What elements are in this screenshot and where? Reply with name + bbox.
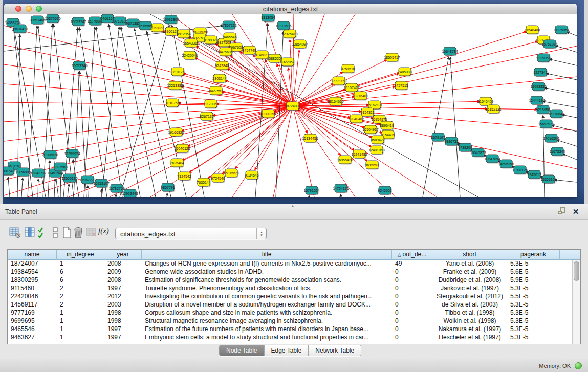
graph-node[interactable]: 18694413 <box>12 25 28 34</box>
graph-node[interactable]: 8457515 <box>394 81 408 91</box>
table-row[interactable]: 1872400712008Changes of HCN gene express… <box>8 260 572 268</box>
graph-node[interactable]: 22040467 <box>348 115 364 124</box>
graph-node[interactable]: 15134456 <box>302 134 318 143</box>
graph-node[interactable]: 18164610 <box>328 97 343 106</box>
graph-node[interactable]: 7515585 <box>138 21 152 31</box>
graph-node[interactable]: 9134546 <box>245 171 258 180</box>
graph-node[interactable]: 16955428 <box>337 156 353 165</box>
graph-node[interactable]: 12444134 <box>529 96 545 105</box>
graph-node[interactable]: 14754171 <box>333 184 349 193</box>
graph-node[interactable]: 19166821 <box>168 128 184 137</box>
graph-node[interactable]: 16046873 <box>470 148 486 158</box>
graph-node[interactable]: 17771169 <box>331 77 347 86</box>
graph-node[interactable]: 12325419 <box>281 30 297 39</box>
splitter-grip-icon[interactable]: ▲ <box>291 204 295 208</box>
graph-node[interactable]: 13864097 <box>292 40 308 49</box>
graph-node[interactable]: 8751516 <box>341 64 355 74</box>
graph-node[interactable]: 9397588 <box>53 163 67 172</box>
graph-node[interactable]: 11381126 <box>512 166 528 175</box>
graph-node[interactable]: 15751074 <box>541 40 557 49</box>
graph-node[interactable]: 8198328 <box>204 36 217 45</box>
graph-node[interactable]: 8679197 <box>431 133 445 142</box>
table-selector-dropdown[interactable]: citations_edges.txt ▲▼ <box>115 228 267 239</box>
graph-node[interactable]: 8589422 <box>371 136 384 145</box>
graph-node[interactable]: 19218506 <box>275 21 291 31</box>
graph-node[interactable]: 16815621 <box>223 169 239 178</box>
graph-node[interactable]: 9154321 <box>360 108 374 117</box>
graph-node[interactable]: 12481868 <box>368 146 384 155</box>
graph-node[interactable]: 15040125 <box>174 144 190 154</box>
graph-node[interactable]: 16152131 <box>485 105 501 114</box>
graph-node[interactable]: 2718176 <box>170 68 184 77</box>
graph-node[interactable]: 8896419 <box>380 121 394 130</box>
graph-node[interactable]: 16504917 <box>362 125 378 135</box>
table-row[interactable]: 977716911998Corpus callosum shape and si… <box>8 309 572 317</box>
graph-node[interactable]: 8267130 <box>200 112 213 121</box>
column-header-short[interactable]: short <box>432 250 507 260</box>
tab-network-table[interactable]: Network Table <box>309 345 361 356</box>
table-row[interactable]: 1830029562008Estimation of significance … <box>8 276 572 285</box>
graph-node[interactable]: 8813054 <box>261 14 275 23</box>
graph-node[interactable]: 9245052 <box>378 186 391 195</box>
graph-node[interactable]: 22420046 <box>182 51 198 60</box>
graph-node[interactable]: 1810755 <box>165 99 179 108</box>
graph-node[interactable]: 9329966 <box>536 54 550 63</box>
graph-node[interactable]: 16033809 <box>163 15 179 25</box>
column-header-name[interactable]: name <box>8 250 57 260</box>
graph-node[interactable]: 8427552 <box>209 86 223 96</box>
delete-column-icon[interactable] <box>72 226 85 240</box>
graph-node[interactable]: 17359924 <box>64 149 80 159</box>
table-row[interactable]: 911546021997Tourette syndrome. Phenomeno… <box>8 285 572 293</box>
select-rows-icon[interactable] <box>36 226 49 240</box>
graph-node[interactable]: 12213383 <box>167 81 183 91</box>
function-builder-icon[interactable]: f(x) <box>98 227 112 241</box>
graph-node[interactable]: 17016504 <box>543 134 559 143</box>
graph-node[interactable]: 16648784 <box>442 47 458 56</box>
graph-node[interactable]: 15241482 <box>351 150 367 159</box>
memory-status-icon[interactable] <box>575 362 582 369</box>
close-panel-icon[interactable]: ✕ <box>571 207 581 217</box>
graph-node[interactable]: 9245012 <box>527 170 541 180</box>
float-panel-icon[interactable] <box>557 207 568 217</box>
graph-node[interactable]: 20691406 <box>29 16 45 25</box>
graph-node[interactable]: 117006 <box>205 100 218 109</box>
graph-node[interactable]: 12366104 <box>540 175 556 184</box>
graph-node[interactable]: 8454749 <box>242 46 256 55</box>
graph-node[interactable]: 16958107 <box>93 179 109 188</box>
graph-node[interactable]: 18505417 <box>384 53 400 62</box>
graph-node[interactable]: 9227342 <box>533 68 547 77</box>
graph-node[interactable]: 9615693 <box>365 161 379 170</box>
graph-node[interactable]: 9724540 <box>211 174 225 183</box>
graph-node[interactable]: 9886731 <box>444 137 458 146</box>
table-row[interactable]: 969969511998Structural magnetic resonanc… <box>8 317 572 325</box>
graph-node[interactable]: 18300295 <box>260 110 276 119</box>
graph-node[interactable]: 15692971 <box>538 120 554 129</box>
graph-node[interactable]: 9391540 <box>4 167 15 176</box>
show-columns-icon[interactable] <box>23 226 36 240</box>
resize-grip-icon[interactable] <box>570 190 576 196</box>
graph-node[interactable]: 11156889 <box>15 168 31 177</box>
column-header-out_de[interactable]: △out_de... <box>392 250 432 260</box>
graph-node[interactable]: 16107427 <box>343 83 359 93</box>
graph-node[interactable]: 11175854 <box>554 26 569 35</box>
graph-node[interactable]: 13216401 <box>352 92 368 101</box>
graph-node[interactable]: 17857223 <box>221 21 236 30</box>
column-header-year[interactable]: year <box>104 250 142 260</box>
graph-node[interactable]: 7124542 <box>177 172 191 181</box>
table-row[interactable]: 2242004622012Investigating the contribut… <box>8 293 572 301</box>
graph-node[interactable]: 16543312 <box>183 39 199 48</box>
scrollbar-thumb[interactable] <box>574 261 579 281</box>
graph-node[interactable]: 10719185 <box>112 17 127 26</box>
graph-node[interactable]: 12923448 <box>122 189 138 197</box>
graph-node[interactable]: 9465546 <box>223 33 236 42</box>
graph-node[interactable]: 12505135 <box>61 174 77 183</box>
graph-node[interactable]: 10653247 <box>70 17 86 27</box>
graph-node[interactable]: 11675340 <box>550 147 565 157</box>
graph-node[interactable]: 15370675 <box>45 14 60 24</box>
table-panel-header[interactable]: ▲ Table Panel ✕ <box>0 204 588 220</box>
vertical-scrollbar[interactable] <box>572 260 580 344</box>
tab-edge-table[interactable]: Edge Table <box>265 345 309 356</box>
graph-node[interactable]: 16210643 <box>548 110 564 119</box>
table-row[interactable]: 946362711997Embryonic stem cells: a mode… <box>8 334 572 342</box>
graph-node[interactable]: 20053346 <box>71 61 87 71</box>
